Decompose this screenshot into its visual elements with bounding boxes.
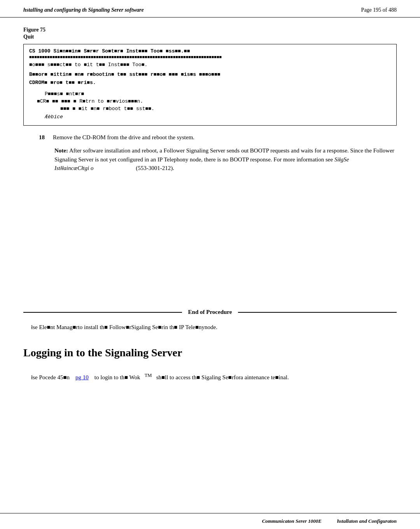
footer-left: Communicaton Serer 1000E [262, 518, 322, 524]
note-label: Note: [54, 147, 68, 154]
section-heading: Logging in to the Signaling Server [23, 347, 397, 359]
terminal-title: CS 1000 Si■n■■in■ S■r■r So■t■r■ Inst■■■ … [29, 48, 391, 54]
footer-right: hstallaton and Configuraton [337, 518, 397, 524]
terminal-line3: CDROM■ ■ro■ t■■ ■ri■s. [29, 80, 391, 86]
procedure-paragraph: łse Pocede 45■n pg 10 to login to th■ Wo… [31, 371, 420, 382]
page-footer: Communicaton Serer 1000E hstallaton and … [0, 513, 420, 529]
main-content: Figure 75 Quit CS 1000 Si■n■■in■ S■r■r S… [0, 18, 420, 305]
terminal-line2: B■■or■ ■ittin■ ■n■ r■bootin■ t■■ sst■■■ … [29, 72, 391, 77]
note-ref1: SiłgSe [334, 156, 349, 163]
terminal-italic: Æèbice [45, 114, 391, 120]
note-ref3: (553-3001-212). [136, 165, 174, 171]
terminal-line6: ■■■ ■ ■it ■n■ r■boot t■■ sst■■. [60, 106, 391, 112]
header-title: hstalling and configuring th Signaling S… [23, 7, 144, 13]
proc-text-end: sh■ll to access th■ Sigaling Se■rfora ai… [156, 374, 289, 380]
terminal-dots: ■■■■■■■■■■■■■■■■■■■■■■■■■■■■■■■■■■■■■■■■… [29, 55, 391, 60]
end-procedure: End of Procedure [23, 309, 397, 315]
end-procedure-text: End of Procedure [188, 309, 232, 315]
page-container: hstalling and configuring th Signaling S… [0, 0, 420, 529]
header-page: Page 195 of 488 [361, 7, 397, 13]
figure-name: Quit [23, 34, 397, 40]
note-block: Note: After software installation and re… [54, 146, 397, 173]
terminal-box: CS 1000 Si■n■■in■ S■r■r So■t■r■ Inst■■■ … [23, 44, 397, 126]
page-header: hstalling and configuring th Signaling S… [0, 0, 420, 18]
note-ref2: IstłłaincæCłtgi o [54, 165, 93, 171]
proc-link[interactable]: pg 10 [75, 374, 89, 380]
terminal-line5: ■CR■ ■■ ■■■ ■ R■trn to ■r■vios■■■n. [37, 98, 391, 104]
step-18-row: 18 Remove the CD-ROM from the drive and … [39, 134, 397, 141]
proc-text-middle: to login to th■ Wok [94, 374, 140, 380]
end-line-left [23, 312, 182, 313]
proc-text-start: łse Pocede 45■n [31, 374, 70, 380]
terminal-line1: ■o■■■ s■■■ct■■ to ■it t■■ Inst■■■ Too■. [29, 62, 391, 68]
proc-tm: TM [145, 373, 152, 378]
after-procedure-text: łse Ele■nt Manag■rto install th■ Follow■… [31, 322, 420, 332]
step-18-text: Remove the CD-ROM from the drive and reb… [53, 134, 194, 141]
step-18-number: 18 [39, 134, 53, 141]
end-line-right [238, 312, 397, 313]
terminal-line4: P■■■s■ ■nt■r■ [45, 91, 391, 97]
figure-label: Figure 75 [23, 27, 397, 33]
